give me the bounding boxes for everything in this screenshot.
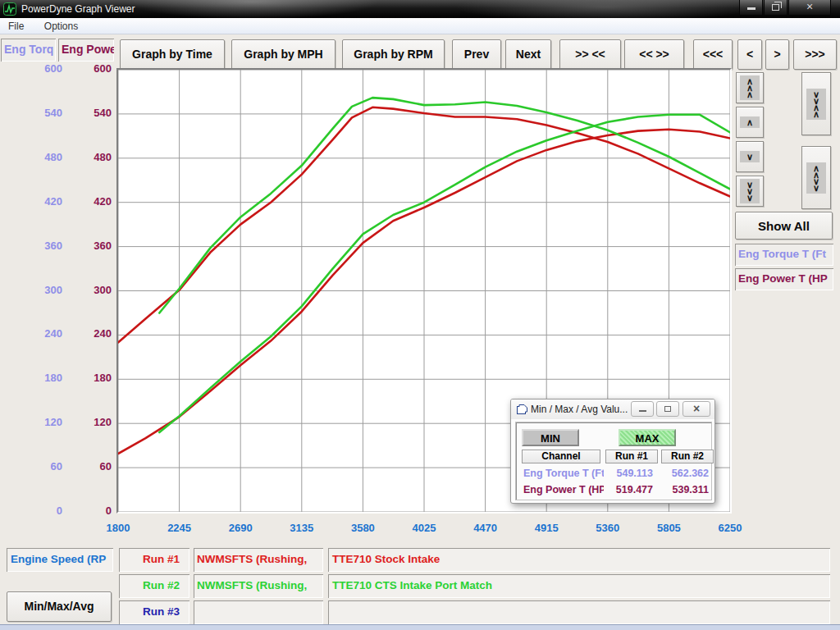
legend-description-field: TTE710 Stock Intake (328, 548, 830, 572)
minmax-channel-name: Eng Power T (HP) (523, 484, 604, 496)
minmax-column-run2[interactable]: Run #2 (661, 450, 714, 463)
menubar: File Options (0, 18, 840, 34)
chevron-icon: ∨ (740, 151, 760, 162)
torque-y-tick: 300 (23, 284, 62, 296)
popup-close-button[interactable]: × (682, 401, 710, 417)
popup-restore-button[interactable] (656, 401, 679, 417)
toolbar-button-prev[interactable]: Prev (452, 39, 501, 70)
power-y-tick: 120 (72, 416, 112, 428)
min-toggle-button[interactable]: MIN (522, 429, 579, 446)
chevron-icon: ∨∨∧∧ (806, 89, 826, 120)
toolbar-button-graph-by-rpm[interactable]: Graph by RPM (342, 39, 445, 70)
legend-file-field: NWMSFTS (Rushing, (194, 574, 323, 598)
power-y-tick: 0 (72, 504, 112, 517)
scale-up-fast-button[interactable]: ∧∧∧ (736, 72, 764, 103)
minmax-popup-title: Min / Max / Avg Valu... (531, 404, 628, 415)
legend-description-field (328, 600, 830, 624)
app-icon (3, 2, 16, 16)
rpm-x-tick: 3580 (338, 522, 387, 534)
rpm-x-tick: 4915 (522, 522, 571, 534)
chevron-icon: ∨∨∨ (740, 179, 760, 203)
scale-down-button[interactable]: ∨ (736, 141, 764, 172)
popup-minimize-icon (639, 410, 646, 412)
window-bottom-edge (0, 624, 840, 630)
legend-description-field: TTE710 CTS Intake Port Match (328, 574, 830, 598)
torque-axis-header: Eng Torq (1, 39, 56, 62)
show-all-button[interactable]: Show All (735, 212, 833, 240)
torque-y-tick: 0 (23, 504, 62, 517)
legend-run-label: Run #3 (119, 600, 189, 624)
minmax-channel-name: Eng Torque T (Ft- (523, 468, 604, 480)
close-icon: × (806, 0, 813, 13)
toolbar-button-[interactable]: >>> (793, 39, 837, 70)
torque-y-tick: 420 (23, 195, 62, 208)
torque-y-tick: 600 (23, 62, 62, 75)
chevron-icon: ∧ (740, 116, 760, 128)
minmax-panel: MIN MAX ChannelRun #1Run #2Eng Torque T … (515, 422, 712, 500)
titlebar[interactable]: PowerDyne Graph Viewer × (0, 0, 840, 18)
expand-scale-button[interactable]: ∧∧∨∨ (801, 146, 831, 209)
power-y-tick: 600 (72, 62, 112, 75)
toolbar-button-[interactable]: < (737, 39, 762, 70)
rpm-x-tick: 2690 (216, 522, 265, 534)
torque-y-tick: 240 (23, 327, 62, 340)
max-toggle-button[interactable]: MAX (619, 429, 676, 446)
rpm-x-tick: 6250 (705, 522, 755, 534)
toolbar-button-graph-by-time[interactable]: Graph by Time (120, 39, 225, 70)
power-y-tick: 420 (72, 195, 112, 208)
rpm-x-tick: 4470 (461, 522, 510, 534)
toolbar-button-[interactable]: << >> (624, 39, 684, 70)
window-title: PowerDyne Graph Viewer (21, 3, 135, 15)
scale-down-fast-button[interactable]: ∨∨∨ (736, 176, 764, 207)
power-y-tick: 480 (72, 151, 112, 163)
torque-channel-box: Eng Torque T (Ft (735, 244, 833, 266)
popup-restore-icon (664, 406, 671, 412)
torque-y-tick: 60 (23, 460, 62, 472)
minmax-popup-window: Min / Max / Avg Valu... × MIN MAX Channe… (510, 399, 715, 504)
minmax-run2-value: 539.311 (661, 484, 709, 496)
scale-up-button[interactable]: ∧ (736, 107, 764, 138)
powerdyne-window: { "window": { "title": "PowerDyne Graph … (0, 0, 840, 630)
rpm-x-tick: 1800 (94, 522, 143, 534)
chevron-icon: ∧∧∨∨ (806, 162, 826, 194)
power-y-tick: 180 (72, 372, 112, 384)
toolbar-button-next[interactable]: Next (505, 39, 551, 70)
toolbar-button-graph-by-mph[interactable]: Graph by MPH (231, 39, 336, 70)
toolbar-button-[interactable]: <<< (693, 39, 733, 70)
menu-options[interactable]: Options (36, 19, 86, 34)
minmax-avg-button[interactable]: Min/Max/Avg (7, 591, 112, 622)
power-y-tick: 540 (72, 107, 112, 119)
minimize-button[interactable] (739, 0, 763, 16)
power-channel-box: Eng Power T (HP (735, 268, 833, 290)
toolbar-button-[interactable]: >> << (559, 39, 621, 70)
popup-minimize-button[interactable] (631, 401, 654, 417)
minmax-column-run1[interactable]: Run #1 (605, 450, 658, 463)
minimize-icon (747, 7, 756, 10)
minmax-run2-value: 562.362 (661, 468, 709, 480)
rpm-x-tick: 5360 (583, 522, 632, 534)
legend-file-field: NWMSFTS (Rushing, (194, 548, 323, 572)
minmax-run1-value: 549.113 (605, 468, 653, 480)
rpm-x-tick: 5805 (644, 522, 693, 534)
restore-icon (772, 4, 779, 11)
menu-file[interactable]: File (0, 19, 32, 34)
legend-file-field (194, 600, 323, 624)
torque-y-tick: 540 (23, 107, 62, 119)
power-y-tick: 240 (72, 327, 112, 340)
torque-y-tick: 480 (23, 151, 62, 163)
power-y-tick: 60 (72, 460, 112, 472)
legend-run-label: Run #1 (119, 548, 189, 572)
power-y-tick: 300 (72, 284, 112, 296)
legend-run-label: Run #2 (119, 574, 189, 598)
minmax-column-channel[interactable]: Channel (522, 450, 600, 463)
popup-close-icon: × (693, 402, 700, 415)
restore-button[interactable] (764, 0, 788, 16)
engine-speed-box: Engine Speed (RP (7, 548, 113, 572)
popup-form-icon (517, 404, 527, 414)
compress-scale-button[interactable]: ∨∨∧∧ (801, 72, 831, 135)
power-axis-header: Eng Power (58, 39, 114, 62)
torque-y-tick: 180 (23, 372, 62, 384)
close-button[interactable]: × (788, 0, 831, 16)
toolbar-button-[interactable]: > (765, 39, 789, 70)
minmax-popup-titlebar[interactable]: Min / Max / Avg Valu... × (511, 399, 714, 419)
